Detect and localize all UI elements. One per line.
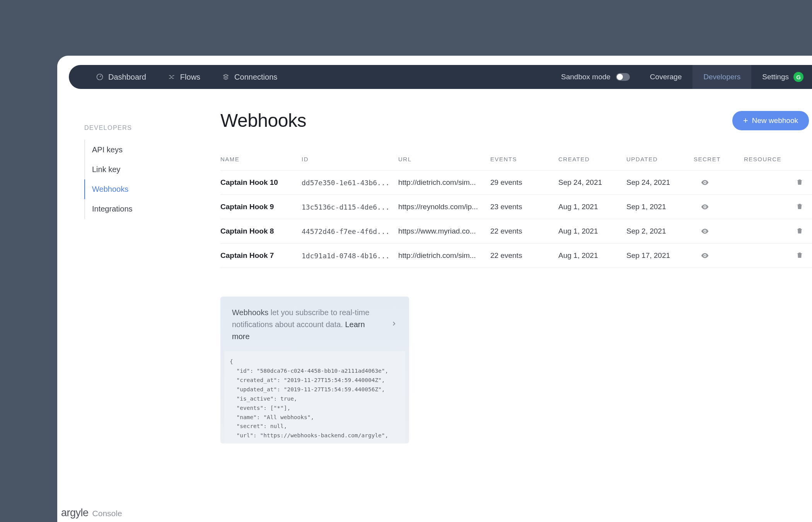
- avatar[interactable]: G: [793, 72, 803, 82]
- th-events: EVENTS: [490, 156, 558, 162]
- table-row[interactable]: Captain Hook 10dd57e350-1e61-43b6...http…: [220, 170, 812, 194]
- page-header: Webhooks + New webhook: [220, 110, 812, 131]
- cell-name: Captain Hook 9: [220, 203, 302, 211]
- avatar-initial: G: [796, 74, 801, 80]
- nav-connections[interactable]: Connections: [211, 65, 288, 89]
- th-name: NAME: [220, 156, 302, 162]
- cell-url: https://www.myriad.co...: [398, 227, 490, 235]
- nav-settings[interactable]: Settings G: [751, 65, 812, 89]
- nav-dashboard-label: Dashboard: [108, 73, 146, 82]
- th-secret: SECRET: [694, 156, 744, 162]
- cell-updated: Sep 24, 2021: [626, 178, 694, 187]
- sandbox-mode: Sandbox mode: [552, 73, 639, 81]
- cell-name: Captain Hook 7: [220, 251, 302, 260]
- cell-url: https://reynolds.com/ip...: [398, 203, 490, 211]
- eye-icon[interactable]: [701, 227, 709, 235]
- sidebar-item-api-keys[interactable]: API keys: [84, 140, 193, 160]
- trash-icon[interactable]: [796, 203, 804, 211]
- table-row[interactable]: Captain Hook 844572d46-f7ee-4f6d...https…: [220, 219, 812, 243]
- th-created: CREATED: [558, 156, 626, 162]
- gauge-icon: [96, 73, 104, 81]
- cell-secret: [694, 251, 744, 260]
- cell-events: 23 events: [490, 203, 558, 211]
- cell-created: Aug 1, 2021: [558, 227, 626, 235]
- trash-icon[interactable]: [796, 227, 804, 235]
- new-webhook-button[interactable]: + New webhook: [732, 111, 809, 130]
- nav-flows-label: Flows: [180, 73, 200, 82]
- sandbox-label: Sandbox mode: [561, 73, 611, 81]
- shuffle-icon: [168, 73, 176, 81]
- webhooks-table: NAME ID URL EVENTS CREATED UPDATED SECRE…: [220, 156, 812, 268]
- topbar: Dashboard Flows Connections Sandbox mode: [69, 65, 812, 89]
- cell-id: 44572d46-f7ee-4f6d...: [302, 227, 398, 235]
- cell-events: 29 events: [490, 178, 558, 187]
- nav-coverage[interactable]: Coverage: [639, 65, 693, 89]
- sidebar-title: DEVELOPERS: [84, 125, 193, 131]
- app-window: Dashboard Flows Connections Sandbox mode: [57, 56, 812, 522]
- info-lead: Webhooks: [232, 308, 268, 317]
- cell-created: Aug 1, 2021: [558, 251, 626, 260]
- info-card: Webhooks let you subscribe to real-time …: [220, 297, 409, 444]
- cell-secret: [694, 227, 744, 235]
- plus-icon: +: [743, 116, 748, 125]
- cell-resource: [744, 251, 812, 260]
- cell-updated: Sep 2, 2021: [626, 227, 694, 235]
- footer-brand: argyle: [61, 507, 89, 519]
- footer: argyle Console: [61, 507, 122, 519]
- trash-icon[interactable]: [796, 251, 804, 260]
- code-sample: { "id": "580dca76-c024-4458-bb10-a2111ad…: [224, 351, 405, 444]
- main-content: Webhooks + New webhook NAME ID URL EVENT…: [220, 110, 812, 444]
- table-header: NAME ID URL EVENTS CREATED UPDATED SECRE…: [220, 156, 812, 170]
- sidebar-list: API keys Link key Webhooks Integrations: [84, 140, 193, 219]
- cell-resource: [744, 227, 812, 235]
- cell-id: 1dc91a1d-0748-4b16...: [302, 252, 398, 260]
- cell-id: 13c5136c-d115-4de6...: [302, 203, 398, 211]
- th-resource: RESOURCE: [744, 156, 812, 162]
- nav-settings-label: Settings: [762, 73, 789, 81]
- cell-events: 22 events: [490, 251, 558, 260]
- info-card-header: Webhooks let you subscribe to real-time …: [220, 297, 409, 351]
- sidebar-item-link-key[interactable]: Link key: [84, 160, 193, 179]
- stack-icon: [222, 73, 230, 81]
- cell-name: Captain Hook 8: [220, 227, 302, 235]
- topbar-left: Dashboard Flows Connections: [69, 65, 288, 89]
- nav-developers-label: Developers: [703, 73, 740, 81]
- cell-updated: Sep 17, 2021: [626, 251, 694, 260]
- sandbox-toggle[interactable]: [616, 73, 630, 81]
- eye-icon[interactable]: [701, 203, 709, 211]
- cell-secret: [694, 178, 744, 187]
- table-body: Captain Hook 10dd57e350-1e61-43b6...http…: [220, 170, 812, 268]
- new-webhook-label: New webhook: [752, 116, 798, 125]
- nav-flows[interactable]: Flows: [157, 65, 211, 89]
- chevron-right-icon[interactable]: [391, 320, 397, 329]
- eye-icon[interactable]: [701, 251, 709, 260]
- sidebar-item-webhooks[interactable]: Webhooks: [84, 179, 193, 199]
- cell-name: Captain Hook 10: [220, 178, 302, 187]
- cell-secret: [694, 203, 744, 211]
- cell-created: Aug 1, 2021: [558, 203, 626, 211]
- cell-resource: [744, 178, 812, 187]
- sidebar-item-integrations[interactable]: Integrations: [84, 199, 193, 219]
- footer-sub: Console: [92, 509, 122, 518]
- nav-connections-label: Connections: [234, 73, 277, 82]
- nav-dashboard[interactable]: Dashboard: [85, 65, 157, 89]
- sidebar: DEVELOPERS API keys Link key Webhooks In…: [84, 125, 193, 219]
- nav-coverage-label: Coverage: [650, 73, 682, 81]
- th-updated: UPDATED: [626, 156, 694, 162]
- nav-developers[interactable]: Developers: [693, 65, 751, 89]
- topbar-right: Sandbox mode Coverage Developers Setting…: [552, 65, 812, 89]
- cell-url: http://dietrich.com/sim...: [398, 251, 490, 260]
- trash-icon[interactable]: [796, 178, 804, 187]
- cell-url: http://dietrich.com/sim...: [398, 178, 490, 187]
- info-text: Webhooks let you subscribe to real-time …: [232, 307, 384, 343]
- table-row[interactable]: Captain Hook 71dc91a1d-0748-4b16...http:…: [220, 243, 812, 268]
- cell-resource: [744, 203, 812, 211]
- table-row[interactable]: Captain Hook 913c5136c-d115-4de6...https…: [220, 194, 812, 219]
- cell-id: dd57e350-1e61-43b6...: [302, 179, 398, 187]
- page-title: Webhooks: [220, 110, 306, 131]
- cell-created: Sep 24, 2021: [558, 178, 626, 187]
- cell-events: 22 events: [490, 227, 558, 235]
- th-url: URL: [398, 156, 490, 162]
- eye-icon[interactable]: [701, 178, 709, 187]
- th-id: ID: [302, 156, 398, 162]
